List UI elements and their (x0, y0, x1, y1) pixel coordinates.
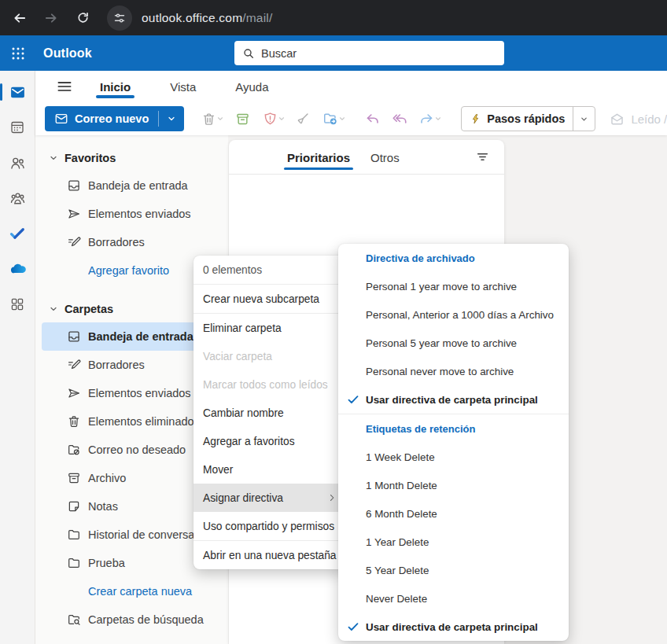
menu-open-new-tab[interactable]: Abrir en una nueva pestaña (193, 541, 348, 569)
delete-icon (67, 414, 81, 429)
drafts-icon (67, 358, 81, 372)
submenu-item-retention-label[interactable]: 1 Week Delete (338, 443, 569, 471)
waffle-icon (10, 46, 26, 61)
calendar-icon (9, 120, 25, 135)
rail-calendar-button[interactable] (0, 112, 35, 143)
ribbon-toolbar: Correo nuevo (35, 102, 667, 135)
url-path: /mail/ (242, 11, 272, 24)
submenu-item-retention-label[interactable]: 5 Year Delete (338, 556, 569, 584)
forward-dropdown[interactable] (434, 115, 442, 123)
rail-mail-button[interactable] (0, 76, 35, 108)
submenu-item-retention-label[interactable]: 1 Month Delete (338, 471, 569, 499)
app-rail (0, 71, 35, 644)
menu-add-to-favorites[interactable]: Agregar a favoritos (193, 427, 348, 455)
chevron-down-icon (434, 115, 442, 123)
submenu-item-retention-label[interactable]: Never Delete (338, 584, 569, 613)
menu-sharing-permissions[interactable]: Uso compartido y permisos (193, 512, 348, 540)
menu-move[interactable]: Mover (193, 455, 348, 484)
chevron-right-icon (327, 493, 337, 502)
outlook-web-app: outlook.office.com/mail/ Outlook (0, 0, 667, 644)
rail-onedrive-button[interactable] (0, 253, 35, 285)
report-dropdown[interactable] (278, 115, 286, 123)
submenu-item-use-parent-policy[interactable]: Usar directiva de carpeta principal (338, 385, 569, 414)
quick-steps-dropdown[interactable] (573, 107, 595, 131)
browser-back-button[interactable] (6, 5, 33, 31)
submenu-item-archive-policy[interactable]: Personal 5 year move to archive (338, 329, 569, 357)
tab-other[interactable]: Otros (369, 143, 401, 174)
tab-ayuda[interactable]: Ayuda (234, 74, 270, 100)
message-list-header: Prioritarios Otros (229, 140, 504, 175)
forward-button[interactable] (418, 107, 434, 131)
apps-grid-icon (9, 296, 25, 312)
app-launcher-button[interactable] (0, 35, 35, 71)
move-to-dropdown[interactable] (338, 115, 346, 123)
quick-steps-main[interactable]: Pasos rápidos (462, 112, 573, 125)
search-folders-item[interactable]: Carpetas de búsqueda (35, 605, 228, 634)
submenu-item-archive-policy[interactable]: Personal, Anterior a 1000 días a Archivo (338, 300, 569, 329)
new-mail-button[interactable]: Correo nuevo (45, 106, 184, 131)
tab-inicio[interactable]: Inicio (98, 74, 132, 100)
delete-button[interactable] (201, 107, 216, 131)
sweep-button[interactable] (295, 107, 310, 131)
hamburger-icon (56, 78, 73, 95)
archive-button[interactable] (235, 107, 250, 131)
search-folders-label: Carpetas de búsqueda (88, 613, 204, 626)
rail-todo-button[interactable] (0, 218, 35, 249)
reply-all-button[interactable] (392, 107, 407, 131)
inbox-icon (67, 329, 81, 344)
report-button[interactable] (263, 107, 278, 131)
nav-toggle-button[interactable] (54, 76, 75, 97)
create-folder-link[interactable]: Crear carpeta nueva (35, 577, 228, 605)
tab-focused[interactable]: Prioritarios (286, 143, 352, 174)
rail-groups-button[interactable] (0, 182, 35, 214)
browser-forward-button[interactable] (38, 5, 64, 31)
submenu-item-use-parent-policy[interactable]: Usar directiva de carpeta principal (338, 613, 569, 641)
assign-policy-submenu: Directiva de archivado Personal 1 year m… (338, 244, 569, 641)
quick-steps-button[interactable]: Pasos rápidos (461, 106, 595, 131)
menu-mark-all-read: Marcar todos como leídos (193, 370, 348, 399)
site-info-button[interactable] (107, 6, 132, 31)
search-box[interactable] (234, 41, 504, 65)
submenu-checked-label: Usar directiva de carpeta principal (366, 394, 538, 406)
menu-assign-policy-label: Asignar directiva (203, 492, 283, 504)
submenu-item-retention-label[interactable]: 6 Month Delete (338, 499, 569, 528)
mail-icon (54, 112, 68, 126)
new-mail-dropdown[interactable] (159, 114, 184, 123)
favorite-item-sent[interactable]: Elementos enviados (35, 200, 228, 228)
favorite-item-drafts[interactable]: Borradores (35, 228, 228, 256)
mail-icon (9, 84, 26, 101)
submenu-item-archive-policy[interactable]: Personal never move to archive (338, 357, 569, 385)
folder-item-label: Borradores (88, 359, 145, 371)
submenu-item-archive-policy[interactable]: Personal 1 year move to archive (338, 272, 569, 300)
menu-create-subfolder[interactable]: Crear nueva subcarpeta (193, 285, 348, 313)
read-unread-button[interactable]: Leído / No l (610, 112, 667, 127)
archive-icon (67, 471, 81, 485)
folder-arrow-icon (322, 111, 338, 127)
menu-delete-folder[interactable]: Eliminar carpeta (193, 314, 348, 342)
submenu-item-retention-label[interactable]: 1 Year Delete (338, 528, 569, 556)
browser-refresh-button[interactable] (69, 5, 96, 31)
rail-apps-button[interactable] (0, 289, 35, 320)
favorites-section-header[interactable]: Favoritos (35, 145, 228, 171)
delete-icon (201, 112, 216, 127)
url-bar[interactable]: outlook.office.com/mail/ (142, 11, 272, 25)
favorite-item-label: Borradores (88, 236, 145, 248)
tab-vista[interactable]: Vista (168, 74, 197, 100)
todo-icon (9, 225, 26, 242)
menu-assign-policy[interactable]: Asignar directiva (193, 484, 348, 512)
junk-folder-icon (67, 443, 81, 457)
menu-rename[interactable]: Cambiar nombre (193, 399, 348, 427)
onedrive-icon (9, 260, 27, 278)
move-to-button[interactable] (322, 107, 338, 131)
search-input[interactable] (261, 47, 496, 60)
favorite-item-inbox[interactable]: Bandeja de entrada (35, 171, 228, 200)
delete-dropdown[interactable] (216, 115, 224, 123)
read-unread-label: Leído / No l (631, 112, 667, 126)
filter-button[interactable] (473, 147, 492, 166)
reply-all-icon (392, 111, 407, 127)
new-mail-main[interactable]: Correo nuevo (45, 112, 158, 126)
filter-icon (476, 150, 489, 164)
reply-button[interactable] (365, 107, 381, 131)
rail-people-button[interactable] (0, 147, 35, 178)
favorite-item-label: Bandeja de entrada (88, 179, 188, 192)
